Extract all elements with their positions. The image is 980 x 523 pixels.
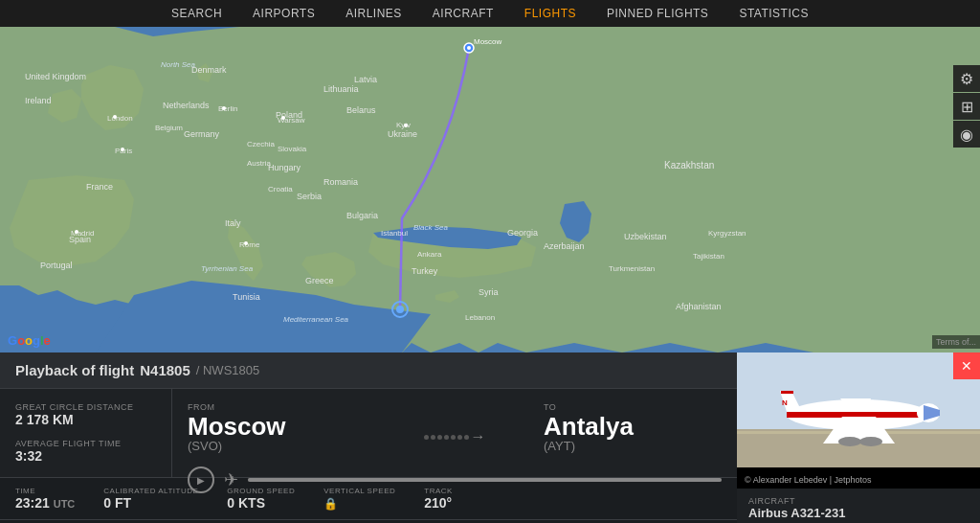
- flight-number: N41805: [140, 362, 190, 378]
- svg-point-54: [467, 46, 471, 50]
- svg-text:Denmark: Denmark: [191, 65, 227, 75]
- bottom-panel: Playback of flight N41805 / NWS1805 GREA…: [0, 352, 737, 523]
- svg-text:Belgium: Belgium: [155, 124, 183, 132]
- avg-flight-stat: AVERAGE FLIGHT TIME 3:32: [15, 439, 156, 464]
- svg-text:Uzbekistan: Uzbekistan: [624, 232, 667, 241]
- svg-point-58: [121, 148, 124, 151]
- close-button[interactable]: ✕: [953, 352, 980, 379]
- from-block: FROM Moscow (SVO): [188, 402, 366, 453]
- track-field: TRACK 210°: [424, 487, 453, 511]
- svg-text:Czechia: Czechia: [247, 140, 275, 148]
- map-btn-3[interactable]: ◉: [953, 121, 980, 148]
- svg-text:Slovakia: Slovakia: [278, 145, 307, 153]
- svg-text:Ankara: Ankara: [417, 250, 442, 259]
- svg-text:Moscow: Moscow: [474, 37, 502, 46]
- svg-text:Serbia: Serbia: [297, 192, 322, 201]
- svg-text:Afghanistan: Afghanistan: [676, 302, 722, 311]
- speed-value: 0 KTS: [227, 495, 295, 511]
- svg-text:Azerbaijan: Azerbaijan: [544, 241, 585, 251]
- lock-icon: 🔒: [323, 497, 338, 511]
- svg-point-59: [244, 241, 248, 245]
- svg-text:Turkey: Turkey: [412, 266, 438, 276]
- svg-text:Mediterranean Sea: Mediterranean Sea: [283, 315, 349, 324]
- nav-statistics[interactable]: STATISTICS: [724, 0, 824, 27]
- map[interactable]: Moscow United Kingdom Ireland France Spa…: [0, 27, 980, 352]
- map-btn-2[interactable]: ⊞: [953, 93, 980, 120]
- vspeed-value: 🔒: [323, 495, 395, 511]
- nav-flights[interactable]: FLIGHTS: [509, 0, 591, 27]
- terms-text: Terms of...: [932, 335, 980, 349]
- svg-text:France: France: [86, 182, 113, 192]
- svg-text:Greece: Greece: [305, 276, 334, 285]
- progress-bar[interactable]: [248, 478, 722, 482]
- to-label: TO: [544, 402, 722, 412]
- svg-text:Croatia: Croatia: [268, 185, 293, 193]
- svg-point-57: [222, 106, 226, 110]
- aircraft-type-value: Airbus A321-231: [748, 506, 969, 520]
- svg-point-4: [396, 306, 404, 313]
- svg-text:Ukraine: Ukraine: [388, 129, 417, 139]
- to-code: (AYT): [544, 439, 722, 453]
- svg-point-61: [113, 115, 117, 119]
- aircraft-info: AIRCRAFT Airbus A321-231 REGISTRATION VP…: [737, 489, 980, 523]
- svg-text:Belarus: Belarus: [346, 105, 376, 115]
- svg-text:Netherlands: Netherlands: [163, 101, 210, 110]
- stats-row: GREAT CIRCLE DISTANCE 2 178 KM AVERAGE F…: [0, 389, 737, 477]
- svg-text:North Sea: North Sea: [161, 60, 196, 69]
- center-flight: FROM Moscow (SVO) → TO Antalya (AYT): [172, 389, 737, 477]
- to-city: Antalya: [544, 414, 722, 439]
- time-label: TIME: [15, 487, 75, 495]
- svg-point-60: [75, 230, 78, 234]
- to-block: TO Antalya (AYT): [544, 402, 722, 453]
- svg-text:London: London: [107, 114, 133, 123]
- speed-label: GROUND SPEED: [227, 487, 295, 495]
- svg-point-55: [404, 124, 408, 127]
- svg-point-69: [859, 437, 882, 446]
- svg-text:Kyiv: Kyiv: [396, 121, 411, 129]
- svg-text:Romania: Romania: [323, 177, 358, 187]
- svg-text:Lebanon: Lebanon: [465, 313, 495, 322]
- altitude-field: CALIBRATED ALTITUDE 0 FT: [103, 487, 198, 511]
- google-logo: Google: [8, 331, 51, 349]
- flight-title-bar: Playback of flight N41805 / NWS1805: [0, 352, 737, 389]
- altitude-label: CALIBRATED ALTITUDE: [103, 487, 198, 495]
- avg-flight-value: 3:32: [15, 448, 156, 464]
- distance-value: 2 178 KM: [15, 412, 156, 427]
- svg-text:Tunisia: Tunisia: [233, 292, 260, 302]
- svg-text:United Kingdom: United Kingdom: [25, 72, 86, 81]
- arrow-section: →: [366, 428, 544, 453]
- nav-aircraft[interactable]: AIRCRAFT: [417, 0, 509, 27]
- nav-airports[interactable]: AIRPORTS: [237, 0, 330, 27]
- map-controls: ⚙ ⊞ ◉: [953, 65, 980, 148]
- speed-field: GROUND SPEED 0 KTS: [227, 487, 295, 511]
- vspeed-label: VERTICAL SPEED: [323, 487, 395, 495]
- svg-point-56: [281, 116, 285, 120]
- avg-flight-label: AVERAGE FLIGHT TIME: [15, 439, 156, 448]
- svg-text:Berlin: Berlin: [218, 104, 237, 113]
- svg-text:Georgia: Georgia: [507, 228, 538, 238]
- playback-label: Playback of flight: [15, 362, 134, 378]
- altitude-value: 0 FT: [103, 495, 198, 511]
- callsign: / NWS1805: [196, 363, 259, 377]
- track-label: TRACK: [424, 487, 453, 495]
- svg-text:Tyrrhenian Sea: Tyrrhenian Sea: [201, 264, 254, 273]
- svg-text:Syria: Syria: [479, 287, 499, 297]
- svg-text:Lithuania: Lithuania: [323, 84, 359, 94]
- nav-pinned[interactable]: PINNED FLIGHTS: [591, 0, 724, 27]
- vspeed-field: VERTICAL SPEED 🔒: [323, 487, 395, 511]
- progress-fill: [248, 478, 722, 482]
- from-to-row: FROM Moscow (SVO) → TO Antalya (AYT): [188, 402, 722, 453]
- time-value: 23:21 UTC: [15, 495, 75, 511]
- track-value: 210°: [424, 495, 453, 511]
- svg-text:Ireland: Ireland: [25, 96, 52, 105]
- nav-airlines[interactable]: AIRLINES: [330, 0, 417, 27]
- distance-stat: GREAT CIRCLE DISTANCE 2 178 KM: [15, 402, 156, 427]
- nav-search[interactable]: SEARCH: [156, 0, 237, 27]
- from-city: Moscow: [188, 414, 366, 439]
- from-label: FROM: [188, 402, 366, 412]
- aircraft-type-label: AIRCRAFT: [748, 496, 969, 506]
- photo-credit-bar: © Alexander Lebedev | Jetphotos: [737, 467, 980, 489]
- svg-text:Kyrgyzstan: Kyrgyzstan: [708, 229, 746, 238]
- map-zoom-control[interactable]: ⚙: [953, 65, 980, 92]
- svg-text:Rome: Rome: [239, 240, 260, 249]
